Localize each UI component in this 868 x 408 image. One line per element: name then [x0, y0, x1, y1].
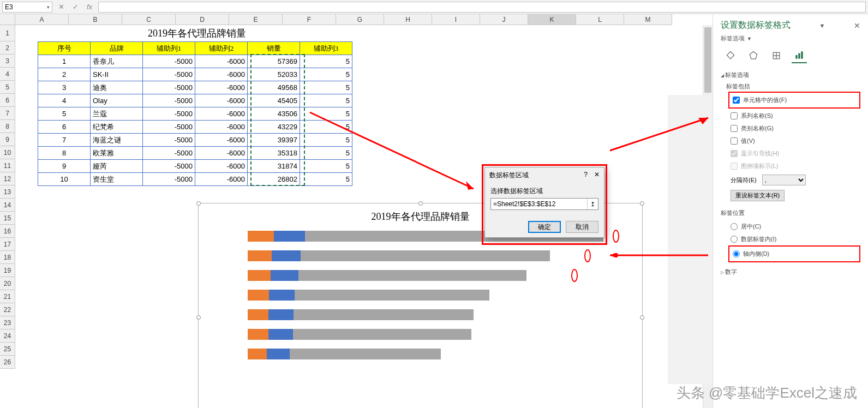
row-header[interactable]: 14: [0, 199, 15, 212]
row-header[interactable]: 1: [0, 25, 15, 41]
label-options-section[interactable]: 标签选项: [721, 71, 860, 79]
row-header[interactable]: 12: [0, 172, 15, 185]
table-row[interactable]: 2SK-II -5000-6000 520335: [38, 68, 352, 81]
chart-bars[interactable]: [199, 227, 642, 359]
column-header[interactable]: I: [432, 14, 480, 25]
table-header[interactable]: 辅助列1: [143, 42, 195, 55]
row-header[interactable]: 7: [0, 107, 15, 120]
row-header[interactable]: 18: [0, 251, 15, 264]
table-header[interactable]: 序号: [38, 42, 91, 55]
position-inside-base-radio[interactable]: [733, 250, 740, 257]
table-row[interactable]: 4Olay -5000-6000 454055: [38, 94, 352, 107]
label-options-tab-icon[interactable]: [792, 48, 807, 63]
formula-input[interactable]: [98, 2, 866, 13]
series-name-checkbox[interactable]: [731, 112, 738, 119]
row-header[interactable]: 24: [0, 329, 15, 343]
value-checkbox[interactable]: [731, 137, 738, 145]
worksheet-area[interactable]: ABCDEFGHIJKLM 12345678910111213141516171…: [0, 14, 713, 408]
ok-button[interactable]: 确定: [528, 221, 561, 233]
column-header[interactable]: E: [229, 14, 283, 25]
column-headers[interactable]: ABCDEFGHIJKLM: [15, 14, 672, 25]
name-box[interactable]: E3: [2, 2, 52, 13]
row-header[interactable]: 9: [0, 133, 15, 146]
bar[interactable]: [248, 309, 538, 320]
row-header[interactable]: 25: [0, 343, 15, 356]
table-header[interactable]: 品牌: [91, 42, 143, 55]
position-inside-end-radio[interactable]: [731, 236, 738, 243]
row-header[interactable]: 19: [0, 264, 15, 277]
row-header[interactable]: 6: [0, 94, 15, 107]
row-header[interactable]: 26: [0, 356, 15, 369]
column-header[interactable]: F: [283, 14, 336, 25]
table-header[interactable]: 辅助列3: [300, 42, 352, 55]
row-header[interactable]: 10: [0, 146, 15, 159]
row-header[interactable]: 8: [0, 120, 15, 133]
svg-rect-10: [795, 55, 797, 59]
column-header[interactable]: M: [624, 14, 672, 25]
cancel-icon[interactable]: ✕: [56, 2, 67, 13]
row-header[interactable]: 15: [0, 212, 15, 225]
row-header[interactable]: 16: [0, 225, 15, 238]
row-header[interactable]: 21: [0, 290, 15, 303]
table-row[interactable]: 9娅芮 -5000-6000 318745: [38, 160, 352, 173]
size-tab-icon[interactable]: [769, 48, 784, 63]
column-header[interactable]: B: [69, 14, 122, 25]
column-header[interactable]: L: [576, 14, 624, 25]
table-header[interactable]: 销量: [248, 42, 300, 55]
value-from-cells-checkbox[interactable]: [733, 97, 740, 104]
column-header[interactable]: D: [176, 14, 229, 25]
position-center-radio[interactable]: [731, 223, 738, 230]
svg-rect-12: [801, 51, 803, 58]
bar[interactable]: [248, 329, 536, 340]
table-row[interactable]: 10资生堂 -5000-6000 268025: [38, 173, 352, 186]
effects-tab-icon[interactable]: [746, 48, 761, 63]
help-icon[interactable]: ?: [584, 171, 588, 180]
row-header[interactable]: 13: [0, 185, 15, 199]
bar[interactable]: [248, 349, 516, 359]
close-icon[interactable]: ✕: [594, 171, 600, 180]
bar[interactable]: [248, 270, 570, 281]
row-header[interactable]: 5: [0, 81, 15, 94]
row-header[interactable]: 11: [0, 159, 15, 172]
numbers-section[interactable]: 数字: [721, 268, 860, 276]
column-header[interactable]: H: [384, 14, 432, 25]
row-header[interactable]: 20: [0, 277, 15, 290]
table-row[interactable]: 6纪梵希 -5000-6000 432295: [38, 121, 352, 134]
category-name-checkbox[interactable]: [731, 125, 738, 132]
table-row[interactable]: 7海蓝之谜 -5000-6000 393975: [38, 134, 352, 147]
select-all-corner[interactable]: [0, 14, 15, 25]
table-row[interactable]: 1香奈儿 -5000-6000 573695: [38, 55, 352, 68]
table-row[interactable]: 5兰蔻 -5000-6000 435065: [38, 107, 352, 121]
enter-icon[interactable]: ✓: [70, 2, 81, 13]
row-header[interactable]: 2: [0, 41, 15, 55]
close-panel-icon[interactable]: ✕: [854, 21, 860, 30]
svg-marker-6: [750, 52, 757, 59]
row-header[interactable]: 23: [0, 316, 15, 329]
fx-icon[interactable]: fx: [84, 2, 95, 13]
column-header[interactable]: G: [336, 14, 384, 25]
range-input[interactable]: [491, 199, 587, 209]
cancel-button[interactable]: 取消: [566, 221, 598, 233]
row-header[interactable]: 17: [0, 238, 15, 251]
column-header[interactable]: C: [122, 14, 176, 25]
formula-bar: E3 ✕ ✓ fx: [0, 0, 868, 14]
table-row[interactable]: 3迪奥 -5000-6000 495685: [38, 81, 352, 94]
column-header[interactable]: J: [480, 14, 528, 25]
table-row[interactable]: 8欧莱雅 -5000-6000 353185: [38, 147, 352, 160]
table-header[interactable]: 辅助列2: [195, 42, 248, 55]
bar[interactable]: [248, 290, 548, 301]
row-header[interactable]: 3: [0, 55, 15, 68]
panel-subtitle[interactable]: 标签选项: [721, 34, 745, 43]
column-header[interactable]: A: [15, 14, 69, 25]
row-header[interactable]: 22: [0, 303, 15, 316]
chevron-down-icon[interactable]: ▼: [819, 22, 825, 29]
column-header[interactable]: K: [528, 14, 576, 25]
row-header[interactable]: 4: [0, 68, 15, 81]
separator-select[interactable]: ,: [762, 175, 806, 185]
bar[interactable]: [248, 250, 583, 261]
row-headers[interactable]: 1234567891011121314151617181920212223242…: [0, 25, 15, 369]
reset-label-button[interactable]: 重设标签文本(R): [731, 190, 785, 201]
range-picker-icon[interactable]: ↥: [587, 199, 598, 209]
fill-tab-icon[interactable]: [723, 48, 738, 63]
data-table[interactable]: 序号品牌辅助列1辅助列2销量辅助列3 1香奈儿 -5000-6000 57369…: [38, 41, 352, 186]
